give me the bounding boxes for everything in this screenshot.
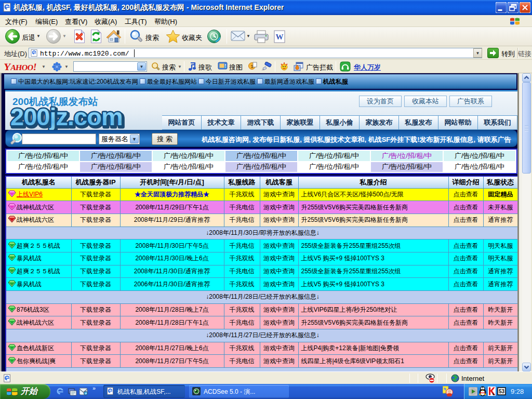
svg-text:53: 53 <box>499 389 505 394</box>
svg-text:W: W <box>276 33 284 41</box>
svg-text:200jz.com: 200jz.com <box>10 103 123 130</box>
